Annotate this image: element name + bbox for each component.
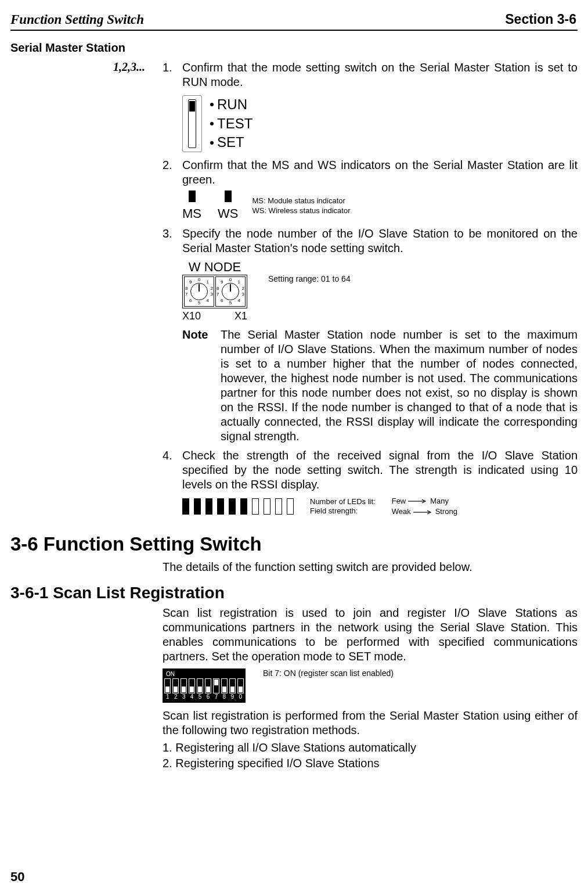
dial-digit: 0 [229, 277, 232, 283]
mode-switch-slot [188, 99, 196, 148]
dial-digit: 3 [242, 292, 244, 297]
step-1-text: Confirm that the mode setting switch on … [182, 60, 578, 89]
dial-digit: 6 [221, 298, 223, 304]
dot-icon [210, 103, 214, 106]
rotary-dial-x10: 0 1 2 3 4 5 6 7 8 9 [184, 276, 214, 307]
dip-switch-body: ON 1234567890 [163, 668, 246, 703]
section-3-6-heading: 3-6 Function Setting Switch [0, 533, 588, 555]
dial-digit: 6 [189, 298, 192, 304]
dip-slot [237, 678, 244, 693]
ms-ws-indicator-figure: MS WS MS: Module status indicator WS: Wi… [182, 190, 578, 222]
steps-marginal-label: 1,2,3... [0, 60, 163, 74]
dip-slot [189, 678, 195, 693]
many-label: Many [430, 497, 449, 506]
steps-block: 1,2,3... 1. Confirm that the mode settin… [0, 60, 588, 517]
dial-digit: 9 [221, 279, 223, 285]
dip-slot [181, 678, 187, 693]
rssi-led-icon [240, 498, 247, 515]
dip-knob [214, 680, 218, 685]
setting-range-text: Setting range: 01 to 64 [268, 274, 351, 285]
dial-digit: 2 [211, 286, 213, 292]
dial-digit: 0 [198, 277, 200, 283]
mode-switch-label-test: TEST [210, 116, 252, 132]
rotary-dial-x1: 0 1 2 3 4 5 6 7 8 9 [215, 276, 246, 307]
header-rule [10, 30, 578, 31]
mode-switch-figure: RUN TEST SET [182, 95, 578, 152]
mode-switch-labels: RUN TEST SET [210, 96, 252, 151]
dial-digit: 9 [189, 279, 192, 285]
dip-slot [205, 678, 211, 693]
dip-knob [206, 686, 210, 692]
mode-switch-knob-run [189, 101, 195, 112]
rssi-caption: Number of LEDs lit: Field strength: [310, 497, 376, 517]
step-4-number: 4. [163, 448, 182, 492]
dip-number-label: 8 [223, 693, 226, 701]
dip-switch-figure: ON 1234567890 Bit 7: ON (register scan l… [163, 668, 578, 703]
dial-pointer-icon [199, 284, 200, 292]
step-3-note: Note The Serial Master Station node numb… [182, 328, 578, 444]
rssi-led-icon [287, 498, 294, 515]
dip-switch-numbers: 1234567890 [164, 693, 244, 702]
section-3-6-1-para1: Scan list registration is used to join a… [0, 606, 588, 664]
dip-knob [239, 686, 243, 692]
step-4-text: Check the strength of the received signa… [182, 448, 578, 492]
weak-label: Weak [392, 507, 411, 517]
dip-slot [172, 678, 179, 693]
dip-number-label: 3 [182, 693, 186, 701]
page: Function Setting Switch Section 3-6 Seri… [0, 0, 588, 895]
method-1: 1. Registering all I/O Slave Stations au… [0, 740, 588, 756]
dip-knob [230, 686, 235, 692]
rssi-led-icon [264, 498, 270, 515]
rssi-led-icon [229, 498, 236, 515]
dial-digit: 2 [242, 286, 244, 292]
section-3-6-1-para2: Scan list registration is performed from… [0, 709, 588, 738]
rssi-few-many: Few Many [392, 497, 457, 506]
dial-digit: 4 [238, 298, 240, 304]
dial-digit: 1 [207, 279, 209, 285]
mode-switch-label-set: SET [210, 134, 252, 151]
steps-content: 1. Confirm that the mode setting switch … [163, 60, 578, 517]
dip-number-label: 5 [199, 693, 202, 701]
step-1-number: 1. [163, 60, 182, 89]
dip-number-label: 6 [207, 693, 210, 701]
w-node-footer: X10 X1 [182, 310, 247, 323]
dial-digit: 3 [211, 292, 213, 297]
ms-indicator-icon [189, 190, 196, 202]
dip-switch-figure-wrap: ON 1234567890 Bit 7: ON (register scan l… [0, 668, 588, 703]
dip-number-label: 0 [239, 693, 242, 701]
section-3-6-intro: The details of the function setting swit… [0, 560, 588, 574]
rssi-led-icon [182, 498, 189, 515]
w-node-title: W NODE [189, 259, 241, 275]
dip-number-label: 1 [166, 693, 169, 701]
rssi-arrow-captions: Few Many Weak Strong [392, 497, 457, 517]
dot-icon [210, 122, 214, 125]
rssi-led-icon [194, 498, 201, 515]
rssi-weak-strong: Weak Strong [392, 507, 457, 517]
dip-number-label: 4 [190, 693, 194, 701]
running-head-right: Section 3-6 [505, 12, 576, 27]
mode-label: SET [217, 134, 244, 151]
x10-label: X10 [182, 310, 201, 323]
dial-digit: 5 [229, 300, 232, 306]
mode-switch-frame [182, 95, 202, 152]
dip-on-label: ON [164, 670, 244, 678]
ms-indicator-label: MS [182, 206, 201, 222]
ws-indicator: WS [218, 190, 238, 222]
dial-digit: 4 [207, 298, 209, 304]
step-2-text: Confirm that the MS and WS indicators on… [182, 158, 578, 187]
dip-slot [221, 678, 228, 693]
ws-description: WS: Wireless status indicator [252, 206, 350, 216]
arrow-right-icon [408, 499, 428, 504]
dip-number-label: 2 [174, 693, 178, 701]
rssi-caption-line1: Number of LEDs lit: [310, 497, 376, 507]
step-1: 1. Confirm that the mode setting switch … [163, 60, 578, 89]
dial-digit: 7 [185, 292, 187, 297]
ms-ws-description: MS: Module status indicator WS: Wireless… [252, 196, 350, 216]
arrow-right-icon [413, 510, 433, 515]
few-label: Few [392, 497, 406, 506]
method-2: 2. Registering specified I/O Slave Stati… [0, 756, 588, 771]
ms-ws-indicator-pair: MS WS [182, 190, 238, 222]
dial-digit: 8 [217, 286, 219, 292]
rssi-led-icon [252, 498, 259, 515]
dip-slot [164, 678, 171, 693]
